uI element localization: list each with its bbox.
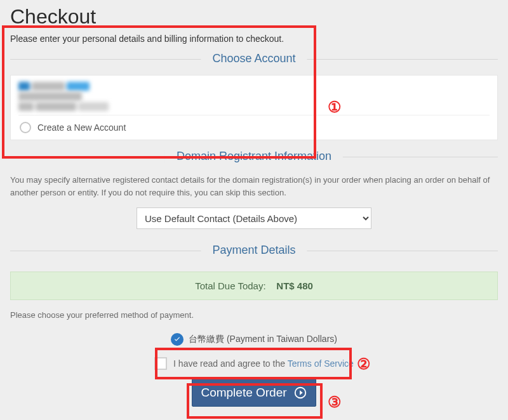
payment-divider: Payment Details [10, 251, 498, 251]
payment-method-option[interactable]: 台幣繳費 (Payment in Taiwan Dollars) [10, 333, 498, 346]
payment-heading: Payment Details [201, 244, 307, 257]
account-details-redacted [18, 82, 490, 91]
agree-text: I have read and agree to the Terms of Se… [173, 358, 354, 369]
account-details-redacted [18, 92, 490, 101]
agree-checkbox[interactable] [154, 357, 167, 370]
complete-order-label: Complete Order [201, 386, 286, 400]
account-card: Create a New Account [10, 75, 498, 140]
create-new-account-option[interactable]: Create a New Account [18, 115, 490, 136]
tos-link[interactable]: Terms of Service [288, 358, 354, 369]
account-details-redacted [18, 102, 490, 111]
create-new-account-label: Create a New Account [37, 122, 126, 133]
check-icon [173, 336, 181, 343]
radio-checked-icon [171, 333, 184, 346]
choose-account-divider: Choose Account [10, 59, 498, 60]
total-due-banner: Total Due Today: NT$ 480 [10, 272, 498, 300]
registrant-contact-select[interactable]: Use Default Contact (Details Above) [137, 207, 371, 229]
radio-unchecked-icon [20, 122, 31, 133]
registrant-divider: Domain Registrant Information [10, 157, 498, 157]
page-title: Checkout [10, 0, 498, 30]
complete-order-button[interactable]: Complete Order [192, 379, 316, 407]
total-due-value: NT$ 480 [276, 280, 313, 291]
page-subtitle: Please enter your personal details and b… [10, 30, 498, 50]
registrant-heading: Domain Registrant Information [165, 150, 343, 163]
payment-hint: Please choose your preferred method of p… [10, 309, 498, 322]
registrant-blurb: You may specify alternative registered c… [10, 174, 498, 199]
choose-account-heading: Choose Account [201, 52, 307, 65]
total-due-label: Total Due Today: [195, 280, 265, 291]
arrow-right-circle-icon [293, 386, 307, 400]
payment-method-label: 台幣繳費 (Payment in Taiwan Dollars) [189, 334, 337, 345]
